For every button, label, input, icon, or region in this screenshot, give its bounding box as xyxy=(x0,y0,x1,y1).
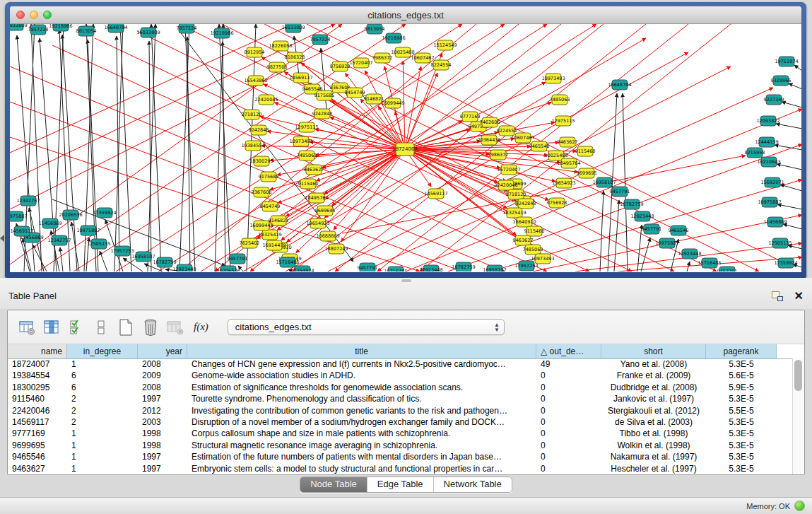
graph-node[interactable]: 11456869 xyxy=(38,218,61,228)
minimize-window-icon[interactable] xyxy=(30,11,38,19)
graph-node[interactable]: 7857224 xyxy=(28,25,49,35)
graph-node[interactable]: 16033809 xyxy=(136,28,160,37)
scrollbar-thumb[interactable] xyxy=(794,360,802,391)
graph-node[interactable]: 10607467 xyxy=(511,133,534,143)
graph-node[interactable]: 12923448 xyxy=(172,264,196,271)
table-row[interactable]: 1872400712008Changes of HCN gene express… xyxy=(8,358,793,370)
graph-node[interactable]: 7485063 xyxy=(550,95,570,105)
graph-node[interactable]: 8912954 xyxy=(245,47,265,57)
graph-node[interactable]: 10973493 xyxy=(289,136,312,146)
graph-node[interactable]: 9463627 xyxy=(558,137,578,147)
graph-node[interactable]: 16099449 xyxy=(249,221,273,230)
network-svg[interactable]: 8912954182260588186328982750816543862224… xyxy=(10,24,801,271)
graph-node[interactable]: 8224554 xyxy=(497,126,517,136)
graph-node[interactable]: 15716485 xyxy=(384,267,407,271)
graph-node[interactable]: 9463627 xyxy=(304,165,324,175)
close-window-icon[interactable] xyxy=(16,11,25,19)
tab-edge-table[interactable]: Edge Table xyxy=(367,477,434,492)
graph-node[interactable]: 9227349 xyxy=(764,95,784,105)
graph-node[interactable]: 22420046 xyxy=(254,95,278,105)
graph-node[interactable]: 15124549 xyxy=(433,40,457,50)
graph-node[interactable]: 9115460 xyxy=(524,226,545,236)
graph-node[interactable]: 9457791 xyxy=(642,224,662,234)
graph-node[interactable]: 9175685 xyxy=(259,172,279,182)
graph-node[interactable]: 16099449 xyxy=(381,98,404,108)
graph-node[interactable]: 12975115 xyxy=(551,116,575,126)
graph-node[interactable]: 7986372 xyxy=(372,53,393,63)
unselect-all-columns-icon[interactable] xyxy=(92,318,110,337)
network-window-titlebar[interactable]: citations_edges.txt xyxy=(10,6,801,24)
vertical-scrollbar[interactable] xyxy=(792,358,804,474)
table-row[interactable]: 1456911722003Disruption of a novel membe… xyxy=(8,416,793,428)
graph-node[interactable]: 19654923 xyxy=(552,178,575,188)
graph-node[interactable]: 7857224 xyxy=(310,35,331,45)
graph-node[interactable]: 16033809 xyxy=(10,24,28,30)
graph-node[interactable]: 18325419 xyxy=(502,208,526,218)
graph-node[interactable]: 9242848 xyxy=(516,199,536,209)
graph-node[interactable]: 9777169 xyxy=(460,112,481,122)
table-row[interactable]: 2242004622012Investigating the contribut… xyxy=(8,405,793,416)
graph-node[interactable]: 10975887 xyxy=(10,211,28,221)
graph-node[interactable]: 7485063 xyxy=(523,245,543,255)
graph-node[interactable]: 18724007 xyxy=(392,143,418,156)
table-row[interactable]: 946362711997Embryonic stem cells: a mode… xyxy=(8,463,793,474)
graph-node[interactable]: 7857224 xyxy=(177,24,197,33)
graph-node[interactable]: 2718120 xyxy=(506,189,526,199)
graph-node[interactable]: 16648784 xyxy=(104,24,127,33)
graph-node[interactable]: 8813054 xyxy=(365,24,385,34)
graph-node[interactable]: 19218986 xyxy=(210,28,233,38)
graph-node[interactable]: 9756928 xyxy=(330,62,351,71)
column-header-year[interactable]: year xyxy=(138,344,187,358)
graph-node[interactable]: 9115460 xyxy=(575,146,596,156)
table-row[interactable]: 969969511998Structural magnetic resonanc… xyxy=(8,440,793,451)
graph-node[interactable]: 15720407 xyxy=(349,58,372,68)
graph-node[interactable]: 20206536 xyxy=(216,266,240,271)
graph-node[interactable]: 12505135 xyxy=(87,239,110,249)
table-mode-icon[interactable] xyxy=(18,318,36,337)
graph-node[interactable]: 18325419 xyxy=(258,230,281,240)
graph-node[interactable]: 9329966 xyxy=(771,76,792,86)
graph-node[interactable]: 12923448 xyxy=(678,249,701,259)
graph-node[interactable]: 18495764 xyxy=(305,193,328,203)
graph-node[interactable]: 8186328 xyxy=(285,52,305,62)
table-row[interactable]: 911546021997Tourette syndrome. Phenomeno… xyxy=(8,393,793,404)
divider-grip-icon[interactable] xyxy=(401,279,411,282)
graph-node[interactable]: 12923448 xyxy=(419,265,442,271)
select-all-columns-icon[interactable] xyxy=(67,318,86,337)
graph-node[interactable]: 10607467 xyxy=(411,53,434,63)
graph-node[interactable]: 19654923 xyxy=(306,218,329,228)
graph-node[interactable]: 14569117 xyxy=(289,73,312,83)
graph-node[interactable]: 2718120 xyxy=(242,110,262,119)
function-builder-icon[interactable]: f(x) xyxy=(194,321,208,333)
graph-node[interactable]: 10973493 xyxy=(531,254,554,264)
graph-node[interactable]: 9465546 xyxy=(669,226,689,235)
graph-node[interactable]: 16958107 xyxy=(483,265,506,271)
graph-node[interactable]: 9457791 xyxy=(228,254,248,264)
graph-node[interactable]: 16782759 xyxy=(452,262,475,271)
control-panel-collapse-arrow-icon[interactable] xyxy=(0,235,4,242)
graph-node[interactable]: 10975887 xyxy=(655,238,678,248)
graph-node[interactable]: 15716485 xyxy=(698,258,721,268)
float-panel-icon[interactable] xyxy=(772,291,783,301)
column-header-short[interactable]: short xyxy=(601,344,706,358)
graph-node[interactable]: 8224554 xyxy=(431,60,452,70)
graph-node[interactable]: 16033809 xyxy=(281,24,305,33)
graph-node[interactable]: 16640910 xyxy=(512,217,536,227)
maximize-window-icon[interactable] xyxy=(43,11,52,19)
graph-node[interactable]: 12444139 xyxy=(755,137,778,147)
graph-node[interactable]: 10688609 xyxy=(316,231,339,241)
graph-node[interactable]: 8454749 xyxy=(260,201,281,211)
graph-node[interactable]: 9242848 xyxy=(249,125,269,135)
column-header-name[interactable]: name xyxy=(8,344,67,358)
column-header-in_degree[interactable]: in_degree xyxy=(67,344,138,358)
graph-node[interactable]: 12923448 xyxy=(630,211,654,221)
table-selector-dropdown[interactable]: citations_edges.txt ▲▼ xyxy=(228,319,505,335)
graph-node[interactable]: 12975115 xyxy=(295,122,318,132)
graph-node[interactable]: 7986372 xyxy=(488,150,509,160)
graph-node[interactable]: 7485063 xyxy=(297,151,317,160)
column-header-out_de[interactable]: △ out_de… xyxy=(536,344,601,358)
tab-node-table[interactable]: Node Table xyxy=(300,477,367,492)
graph-node[interactable]: 9756928 xyxy=(547,198,567,208)
graph-node[interactable]: 18807249 xyxy=(324,244,348,254)
graph-node[interactable]: 8813054 xyxy=(76,26,97,36)
